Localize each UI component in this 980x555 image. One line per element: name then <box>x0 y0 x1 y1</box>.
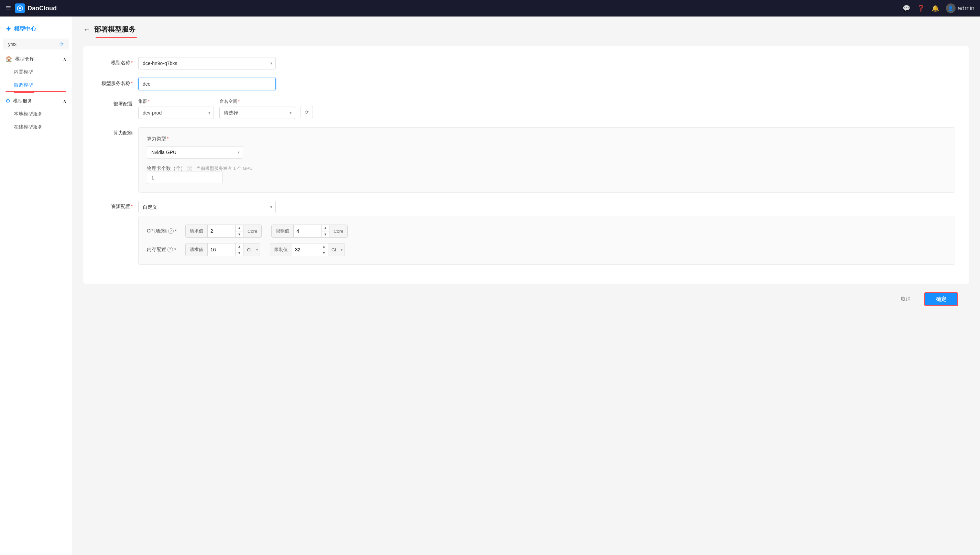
workspace-selector[interactable]: ymx ⟳ <box>3 38 69 50</box>
mem-request-input[interactable] <box>208 244 235 256</box>
gpu-count-row: 物理卡个数（个） ? 当前模型服务独占 1 个 GPU <box>147 165 946 172</box>
app-logo: DaoCloud <box>15 3 57 13</box>
deploy-config-fields: 集群* dev-prod ▾ 命名空间* <box>138 98 955 119</box>
compute-type-select-wrapper: Nvidia GPU ▾ <box>147 146 243 159</box>
workspace-name: ymx <box>8 42 16 47</box>
model-name-select[interactable]: dce-hn9o-q7bks <box>138 57 276 69</box>
sidebar-section-label-model-repo: 模型仓库 <box>15 56 34 62</box>
namespace-select[interactable]: 请选择 <box>220 107 295 119</box>
cpu-request-unit: Core <box>243 225 261 237</box>
sidebar-section-model-service: ⚙ 模型服务 ∧ 本地模型服务 在线模型服务 <box>0 94 72 134</box>
gpu-count-label: 物理卡个数（个） ? <box>147 165 192 172</box>
menu-icon[interactable]: ☰ <box>5 5 11 12</box>
notification-icon[interactable]: 🔔 <box>932 5 939 12</box>
namespace-label: 命名空间* <box>220 98 295 104</box>
model-repo-icon: 🏠 <box>5 56 12 62</box>
page-header: ← 部署模型服务 <box>83 25 969 34</box>
compute-type-select[interactable]: Nvidia GPU <box>147 146 243 159</box>
top-navigation: ☰ DaoCloud 💬 ❓ 🔔 👤 admin <box>0 0 980 16</box>
gpu-count-help-icon[interactable]: ? <box>187 166 192 171</box>
cpu-help-icon[interactable]: ? <box>168 228 174 234</box>
sidebar-section-model-repo: 🏠 模型仓库 ∧ 内置模型 微调模型 <box>0 52 72 93</box>
user-avatar: 👤 <box>946 3 956 13</box>
cpu-request-group: 请求值 ▲ ▼ Core <box>185 225 262 237</box>
mem-request-down[interactable]: ▼ <box>236 250 243 256</box>
sidebar-section-label-model-service: 模型服务 <box>13 98 32 104</box>
workspace-refresh-icon[interactable]: ⟳ <box>59 41 64 47</box>
cancel-button[interactable]: 取消 <box>893 293 919 305</box>
mem-limit-prefix: 限制值 <box>270 244 292 256</box>
sidebar-module-title: 模型中心 <box>14 26 36 33</box>
sidebar-section-header-model-service[interactable]: ⚙ 模型服务 ∧ <box>0 94 72 107</box>
compute-row: 算力配额 算力类型* Nvidia GPU ▾ <box>97 127 955 192</box>
mem-help-icon[interactable]: ? <box>167 247 173 252</box>
mem-request-unit-select[interactable]: Gi Mi <box>244 244 260 256</box>
confirm-button[interactable]: 确定 <box>924 292 958 306</box>
model-name-select-wrapper: dce-hn9o-q7bks ▾ <box>138 57 276 69</box>
namespace-refresh-button[interactable]: ⟳ <box>300 106 313 118</box>
mem-config-row: 内存配置 ? * 请求值 ▲ ▼ <box>147 243 946 256</box>
mem-limit-group: 限制值 ▲ ▼ Gi Mi <box>270 243 345 256</box>
cpu-limit-down[interactable]: ▼ <box>321 231 329 237</box>
cpu-config-row: CPU配额 ? * 请求值 ▲ ▼ <box>147 225 946 237</box>
resource-config-row: 资源配置* 自定义 ▾ CPU配额 ? <box>97 201 955 265</box>
message-icon[interactable]: 💬 <box>903 5 910 12</box>
model-center-icon: ✦ <box>5 25 11 33</box>
sidebar-section-chevron-model-repo: ∧ <box>63 56 66 62</box>
resource-type-select[interactable]: 自定义 <box>138 201 276 213</box>
cpu-request-prefix: 请求值 <box>186 225 208 237</box>
cpu-request-down[interactable]: ▼ <box>236 231 243 237</box>
form-card: 模型名称* dce-hn9o-q7bks ▾ 模型服务名称* <box>83 46 969 284</box>
mem-request-stepper: ▲ ▼ <box>235 244 243 256</box>
fine-tuned-active-bar <box>14 92 34 93</box>
sidebar-item-local-model-service[interactable]: 本地模型服务 <box>0 107 72 121</box>
cpu-limit-stepper: ▲ ▼ <box>321 225 329 237</box>
back-button[interactable]: ← <box>83 26 90 34</box>
user-menu[interactable]: 👤 admin <box>946 3 975 13</box>
mem-config-label: 内存配置 ? * <box>147 247 181 253</box>
sidebar-section-header-model-repo[interactable]: 🏠 模型仓库 ∧ <box>0 52 72 66</box>
app-name: DaoCloud <box>27 5 57 12</box>
title-underline <box>96 37 137 38</box>
service-name-label: 模型服务名称* <box>97 78 138 89</box>
sidebar-item-online-model-service[interactable]: 在线模型服务 <box>0 121 72 134</box>
cluster-select[interactable]: dev-prod <box>138 107 214 119</box>
resource-box: CPU配额 ? * 请求值 ▲ ▼ <box>138 216 955 265</box>
mem-limit-input[interactable] <box>292 244 320 256</box>
mem-limit-down[interactable]: ▼ <box>320 250 328 256</box>
cpu-request-up[interactable]: ▲ <box>236 225 243 231</box>
mem-limit-up[interactable]: ▲ <box>320 244 328 250</box>
cpu-limit-input[interactable] <box>294 225 321 237</box>
cpu-limit-up[interactable]: ▲ <box>321 225 329 231</box>
model-service-icon: ⚙ <box>5 98 10 104</box>
help-icon[interactable]: ❓ <box>917 5 925 12</box>
compute-content: 算力类型* Nvidia GPU ▾ 物理卡个数（个） ? <box>138 127 955 192</box>
resource-config-content: 自定义 ▾ CPU配额 ? * <box>138 201 955 265</box>
service-name-row: 模型服务名称* <box>97 78 955 90</box>
sidebar-item-builtin-models[interactable]: 内置模型 <box>0 66 72 79</box>
main-layout: ✦ 模型中心 ymx ⟳ 🏠 模型仓库 ∧ 内置模型 微调模型 ⚙ <box>0 16 980 555</box>
compute-type-label: 算力类型* <box>147 136 946 142</box>
mem-request-unit-wrapper: Gi Mi ▾ <box>243 244 260 256</box>
model-name-row: 模型名称* dce-hn9o-q7bks ▾ <box>97 57 955 69</box>
mem-request-up[interactable]: ▲ <box>236 244 243 250</box>
mem-limit-unit-select[interactable]: Gi Mi <box>328 244 345 256</box>
deploy-config-row: 部署配置 集群* dev-prod ▾ <box>97 98 955 119</box>
cpu-limit-group: 限制值 ▲ ▼ Core <box>271 225 348 237</box>
cluster-field: 集群* dev-prod ▾ <box>138 98 214 119</box>
sidebar-module-header: ✦ 模型中心 <box>0 22 72 38</box>
model-name-content: dce-hn9o-q7bks ▾ <box>138 57 955 69</box>
deploy-config-content: 集群* dev-prod ▾ 命名空间* <box>138 98 955 119</box>
service-name-input[interactable] <box>138 78 276 90</box>
cpu-limit-unit: Core <box>329 225 347 237</box>
gpu-count-input[interactable] <box>147 172 223 184</box>
sidebar-section-chevron-model-service: ∧ <box>63 98 66 104</box>
cpu-request-stepper: ▲ ▼ <box>235 225 243 237</box>
model-name-label: 模型名称* <box>97 57 138 68</box>
namespace-field: 命名空间* 请选择 ▾ <box>220 98 295 119</box>
mem-limit-unit-wrapper: Gi Mi ▾ <box>328 244 345 256</box>
footer-actions: 取消 确定 <box>83 284 969 314</box>
cpu-request-input[interactable] <box>208 225 235 237</box>
sidebar-item-fine-tuned-models[interactable]: 微调模型 <box>0 79 72 92</box>
user-name: admin <box>958 5 975 12</box>
